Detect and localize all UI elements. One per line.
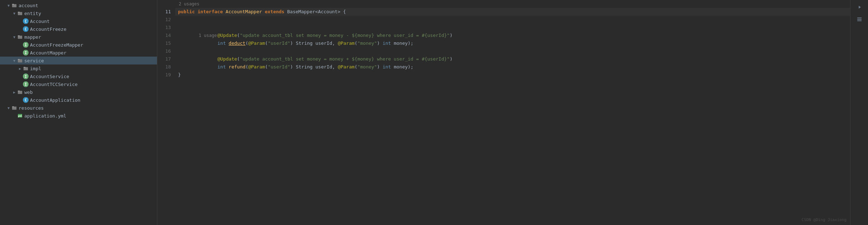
line-num-11: 11 bbox=[157, 8, 171, 16]
class-name-11: AccountMapper bbox=[226, 8, 262, 16]
tree-item-AccountFreezeMapper[interactable]: I AccountFreezeMapper bbox=[0, 41, 157, 49]
line-num-18: 18 bbox=[157, 63, 171, 71]
kw-int2-17: int bbox=[383, 64, 391, 70]
tree-label-entity: entity bbox=[24, 11, 41, 16]
kw-int-14: int bbox=[217, 40, 226, 46]
tree-label-service: service bbox=[24, 58, 44, 63]
svg-text:yml: yml bbox=[18, 115, 23, 118]
tree-item-AccountFreeze[interactable]: C AccountFreeze bbox=[0, 25, 157, 33]
kw-int-17: int bbox=[217, 64, 226, 70]
tree-label-AccountService: AccountService bbox=[30, 74, 69, 79]
tree-item-account[interactable]: account bbox=[0, 1, 157, 9]
folder-icon-account bbox=[11, 3, 17, 8]
watermark: CSDN @Ding Jiaxiong bbox=[802, 217, 847, 222]
kw-extends-11: extends bbox=[265, 8, 285, 16]
annotation-param1-17: @Param bbox=[248, 64, 265, 70]
interface-icon-AccountMapper: I bbox=[23, 50, 29, 56]
tree-label-AccountMapper: AccountMapper bbox=[30, 50, 66, 56]
code-area: 11 12 13 14 15 16 17 18 19 public interf… bbox=[157, 8, 850, 225]
svg-rect-9 bbox=[24, 67, 25, 68]
tree-item-entity[interactable]: entity bbox=[0, 9, 157, 17]
line-num-12: 12 bbox=[157, 16, 171, 24]
cls-string-17: String bbox=[296, 64, 312, 70]
tree-label-mapper: mapper bbox=[24, 34, 41, 40]
code-editor: 2 usages 11 12 13 14 15 16 17 18 19 publ… bbox=[157, 0, 850, 225]
tree-label-AccountFreeze: AccountFreeze bbox=[30, 27, 66, 32]
string-userid-14: "userId" bbox=[268, 40, 290, 46]
svg-rect-1 bbox=[12, 4, 14, 5]
tree-label-Account: Account bbox=[30, 19, 50, 24]
method-deduct-14: deduct bbox=[229, 40, 246, 46]
tree-item-application-yml[interactable]: yml application.yml bbox=[0, 112, 157, 120]
tree-label-AccountTCCService: AccountTCCService bbox=[30, 82, 78, 87]
code-content[interactable]: public interface AccountMapper extends B… bbox=[175, 8, 850, 225]
interface-icon-AccountTCCService: I bbox=[23, 81, 29, 87]
kw-int2-14: int bbox=[383, 40, 391, 46]
expand-icon[interactable] bbox=[854, 1, 865, 13]
folder-icon-impl bbox=[23, 66, 29, 71]
class-icon-AccountFreeze: C bbox=[23, 26, 29, 32]
cls-string-14: String bbox=[296, 40, 312, 46]
tree-item-service[interactable]: service bbox=[0, 57, 157, 64]
line-numbers: 11 12 13 14 15 16 17 18 19 bbox=[157, 8, 175, 225]
tree-label-resources: resources bbox=[19, 105, 44, 111]
tree-item-web[interactable]: web bbox=[0, 88, 157, 96]
tree-arrow-account bbox=[6, 3, 11, 8]
svg-rect-13 bbox=[12, 106, 14, 107]
method-refund-17: refund bbox=[229, 64, 246, 70]
folder-icon-entity bbox=[17, 10, 23, 16]
folder-icon-service bbox=[17, 58, 23, 63]
interface-icon-AccountFreezeMapper: I bbox=[23, 42, 29, 48]
tree-label-AccountFreezeMapper: AccountFreezeMapper bbox=[30, 42, 83, 48]
folder-icon-web bbox=[17, 89, 23, 95]
tree-item-resources[interactable]: resources bbox=[0, 104, 157, 112]
cls-Account-11: Account bbox=[318, 8, 337, 16]
tree-arrow-service bbox=[11, 58, 17, 63]
line-num-17: 17 bbox=[157, 55, 171, 63]
tree-arrow-mapper bbox=[11, 34, 17, 40]
tree-label-application-yml: application.yml bbox=[24, 113, 66, 119]
class-icon-Account: C bbox=[23, 18, 29, 24]
code-line-11: public interface AccountMapper extends B… bbox=[175, 8, 850, 16]
interface-icon-AccountService: I bbox=[23, 73, 29, 79]
code-line-12 bbox=[175, 16, 850, 24]
yaml-icon-application: yml bbox=[17, 113, 23, 119]
annotation-param1-14: @Param bbox=[248, 40, 265, 46]
svg-marker-16 bbox=[859, 6, 861, 9]
code-line-14: int deduct(@Param("userId") String userI… bbox=[175, 39, 850, 47]
svg-rect-17 bbox=[857, 18, 862, 18]
tree-item-AccountApplication[interactable]: C AccountApplication bbox=[0, 96, 157, 104]
kw-interface-11: interface bbox=[198, 8, 223, 16]
annotation-param2-17: @Param bbox=[338, 64, 355, 70]
line-num-16: 16 bbox=[157, 47, 171, 55]
line-num-13: 13 bbox=[157, 24, 171, 32]
svg-rect-19 bbox=[857, 20, 862, 21]
file-tree[interactable]: account entity C Account C AccountFreeze bbox=[0, 0, 157, 225]
kw-public-11: public bbox=[178, 8, 195, 16]
tree-item-Account[interactable]: C Account bbox=[0, 17, 157, 25]
tree-item-mapper[interactable]: mapper bbox=[0, 33, 157, 41]
tree-item-AccountTCCService[interactable]: I AccountTCCService bbox=[0, 80, 157, 88]
tree-arrow-impl bbox=[17, 66, 23, 71]
line-num-14: 14 bbox=[157, 32, 171, 39]
tree-item-AccountMapper[interactable]: I AccountMapper bbox=[0, 49, 157, 57]
svg-rect-11 bbox=[18, 91, 20, 92]
line-num-15: 15 bbox=[157, 39, 171, 47]
string-money-14: "money" bbox=[357, 40, 377, 46]
right-strip bbox=[850, 0, 868, 225]
code-line-19 bbox=[175, 79, 850, 87]
code-line-17: int refund(@Param("userId") String userI… bbox=[175, 63, 850, 71]
tree-item-impl[interactable]: impl bbox=[0, 64, 157, 72]
svg-rect-5 bbox=[18, 35, 20, 37]
tree-label-impl: impl bbox=[30, 66, 41, 71]
tree-arrow-entity bbox=[11, 10, 17, 16]
svg-rect-7 bbox=[18, 59, 20, 60]
string-userid-17: "userId" bbox=[268, 64, 290, 70]
tree-item-AccountService[interactable]: I AccountService bbox=[0, 72, 157, 80]
tree-label-web: web bbox=[24, 90, 33, 95]
string-money-17: "money" bbox=[357, 64, 377, 70]
folder-icon-resources bbox=[11, 105, 17, 111]
tree-arrow-resources bbox=[6, 105, 11, 111]
annotation-param2-14: @Param bbox=[338, 40, 355, 46]
structure-icon[interactable] bbox=[854, 14, 865, 25]
